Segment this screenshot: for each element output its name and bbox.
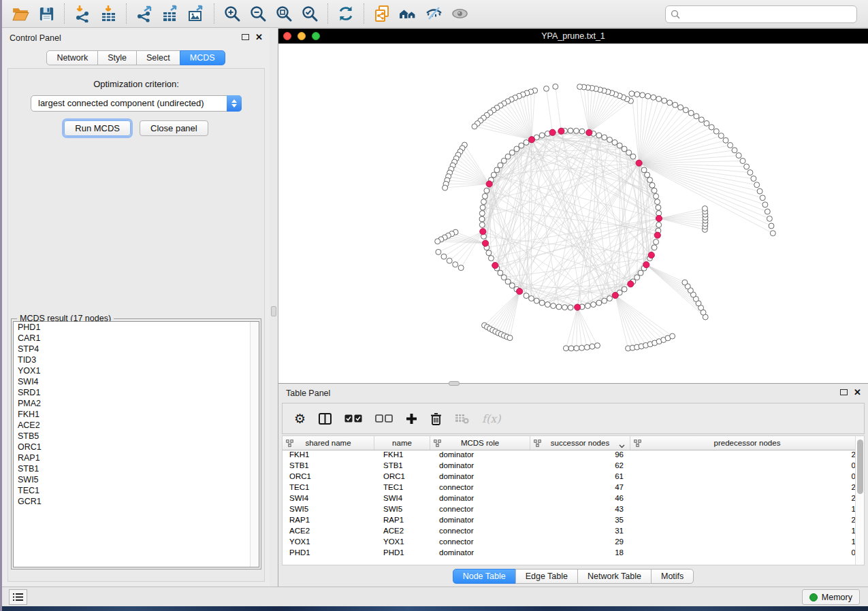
- network-node[interactable]: [562, 305, 568, 310]
- search-input[interactable]: [684, 7, 856, 21]
- network-node[interactable]: [602, 298, 607, 303]
- network-node[interactable]: [656, 222, 662, 228]
- cell-predecessor-nodes[interactable]: 0: [630, 461, 864, 472]
- network-node[interactable]: [602, 135, 607, 140]
- cell-MCDS-role[interactable]: connector: [430, 527, 530, 538]
- mcds-result-item[interactable]: PHD1: [14, 322, 259, 333]
- mcds-result-item[interactable]: SWI4: [14, 376, 259, 387]
- network-node[interactable]: [641, 167, 647, 173]
- cell-MCDS-role[interactable]: connector: [430, 505, 530, 516]
- cell-name[interactable]: SWI4: [374, 494, 430, 505]
- cell-name[interactable]: FKH1: [374, 450, 430, 461]
- table-settings-button[interactable]: ⚙: [294, 412, 306, 425]
- cell-MCDS-role[interactable]: dominator: [430, 494, 530, 505]
- network-node[interactable]: [736, 153, 741, 159]
- network-node[interactable]: [607, 296, 613, 301]
- network-node[interactable]: [494, 167, 500, 173]
- table-row[interactable]: SWI5SWI5connector431: [283, 505, 864, 516]
- network-node[interactable]: [767, 216, 772, 221]
- network-node[interactable]: [622, 286, 627, 292]
- network-node[interactable]: [447, 258, 452, 263]
- cell-name[interactable]: STB1: [374, 461, 430, 472]
- cell-successor-nodes[interactable]: 31: [530, 527, 630, 538]
- network-node[interactable]: [479, 216, 485, 222]
- network-node[interactable]: [488, 256, 494, 261]
- network-node[interactable]: [505, 154, 511, 159]
- cell-successor-nodes[interactable]: 29: [530, 538, 630, 548]
- network-node[interactable]: [596, 133, 602, 138]
- mcds-result-item[interactable]: YOX1: [14, 365, 259, 376]
- toggle-panels-button[interactable]: [319, 413, 332, 425]
- mcds-result-item[interactable]: STB5: [14, 431, 259, 442]
- mcds-result-item[interactable]: SRD1: [14, 387, 259, 398]
- network-node[interactable]: [702, 206, 707, 212]
- column-header-successor-nodes[interactable]: successor nodes: [530, 436, 630, 450]
- network-node[interactable]: [654, 193, 659, 199]
- network-node[interactable]: [732, 148, 737, 153]
- network-node[interactable]: [574, 128, 579, 133]
- column-header-name[interactable]: name: [374, 436, 430, 450]
- network-node[interactable]: [519, 143, 524, 148]
- network-node[interactable]: [484, 188, 489, 193]
- network-node[interactable]: [744, 164, 750, 169]
- network-node[interactable]: [579, 345, 585, 350]
- dominator-node[interactable]: [517, 288, 523, 295]
- select-all-button[interactable]: [344, 414, 362, 423]
- float-panel-icon[interactable]: [840, 389, 848, 395]
- network-node[interactable]: [568, 128, 573, 133]
- network-node[interactable]: [498, 270, 503, 276]
- network-node[interactable]: [645, 172, 650, 178]
- show-all-button[interactable]: [447, 1, 472, 26]
- cell-successor-nodes[interactable]: 96: [530, 450, 630, 461]
- network-node[interactable]: [673, 102, 678, 108]
- network-node[interactable]: [529, 296, 534, 301]
- network-node[interactable]: [479, 222, 485, 228]
- table-row[interactable]: SWI4SWI4dominator462: [283, 494, 864, 505]
- network-node[interactable]: [544, 86, 549, 91]
- cell-successor-nodes[interactable]: 43: [530, 505, 630, 516]
- cell-name[interactable]: ACE2: [374, 527, 430, 538]
- table-row[interactable]: FKH1FKH1dominator962: [283, 450, 864, 461]
- delete-column-button[interactable]: [430, 412, 442, 425]
- zoom-fit-button[interactable]: [271, 1, 297, 26]
- cell-MCDS-role[interactable]: dominator: [430, 461, 530, 472]
- dominator-node[interactable]: [648, 252, 654, 258]
- table-row[interactable]: ORC1ORC1dominator610: [283, 472, 864, 483]
- criterion-dropdown[interactable]: largest connected component (undirected): [31, 95, 242, 112]
- cell-successor-nodes[interactable]: 46: [530, 494, 630, 505]
- network-node[interactable]: [441, 254, 447, 259]
- network-node[interactable]: [577, 84, 583, 90]
- network-node[interactable]: [507, 335, 513, 341]
- table-tab-node-table[interactable]: Node Table: [453, 569, 516, 584]
- column-header-predecessor-nodes[interactable]: predecessor nodes: [630, 436, 864, 450]
- network-node[interactable]: [568, 346, 574, 351]
- cell-successor-nodes[interactable]: 61: [530, 472, 630, 483]
- network-node[interactable]: [656, 205, 661, 210]
- column-header-MCDS-role[interactable]: MCDS role: [430, 436, 530, 450]
- network-node[interactable]: [655, 199, 660, 205]
- network-node[interactable]: [652, 188, 657, 193]
- network-node[interactable]: [491, 172, 496, 178]
- cell-successor-nodes[interactable]: 47: [530, 483, 630, 494]
- dominator-node[interactable]: [654, 232, 660, 238]
- cell-name[interactable]: RAP1: [374, 516, 430, 527]
- network-node[interactable]: [751, 176, 756, 182]
- network-node[interactable]: [647, 178, 653, 183]
- dominator-node[interactable]: [528, 137, 534, 143]
- mcds-result-item[interactable]: CAR1: [14, 333, 259, 344]
- network-node[interactable]: [574, 346, 579, 351]
- table-row[interactable]: YOX1YOX1connector291: [283, 538, 864, 548]
- sort-chevron-icon[interactable]: [619, 442, 625, 450]
- first-neighbors-button[interactable]: [395, 1, 421, 26]
- network-node[interactable]: [568, 305, 573, 310]
- close-panel-icon[interactable]: ✕: [255, 33, 263, 41]
- mcds-result-item[interactable]: STP4: [14, 344, 259, 354]
- network-node[interactable]: [556, 304, 562, 310]
- cell-shared-name[interactable]: RAP1: [283, 516, 374, 527]
- network-node[interactable]: [551, 303, 556, 309]
- export-network-button[interactable]: [131, 1, 157, 26]
- import-table-button[interactable]: [95, 1, 121, 26]
- network-node[interactable]: [453, 262, 458, 267]
- network-node[interactable]: [482, 193, 487, 199]
- zoom-selected-button[interactable]: [297, 1, 323, 26]
